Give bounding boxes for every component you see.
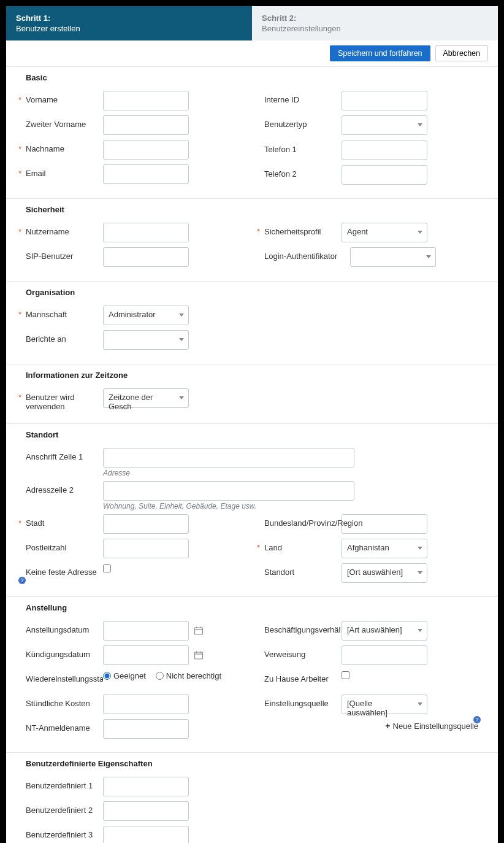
label-adresszeile-2: Adresszeile 2 — [26, 481, 103, 495]
input-sip-benutzer[interactable] — [103, 247, 189, 267]
section-organisation-title: Organisation — [6, 282, 498, 303]
label-postleitzahl: Postleitzahl — [26, 539, 103, 552]
label-sicherheitsprofil: Sicherheitsprofil — [264, 223, 342, 236]
input-nachname[interactable] — [103, 140, 189, 160]
label-login-auth: Login-Authentifikator — [264, 247, 350, 261]
save-button[interactable]: Speichern und fortfahren — [330, 45, 430, 61]
input-anstellungsdatum[interactable] — [103, 621, 189, 641]
input-adresszeile-2[interactable] — [103, 481, 354, 501]
input-custom-1[interactable] — [103, 777, 189, 796]
label-custom-1: Benutzerdefiniert 1 — [26, 777, 103, 790]
section-anstellung-title: Anstellung — [6, 597, 498, 618]
calendar-icon[interactable] — [194, 650, 204, 660]
input-nutzername[interactable] — [103, 223, 189, 242]
section-zeitzone-title: Informationen zur Zeitzone — [6, 364, 498, 386]
label-verweisung: Verweisung — [264, 645, 342, 659]
input-telefon-2[interactable] — [342, 165, 427, 185]
select-sicherheitsprofil[interactable]: Agent — [342, 223, 427, 242]
input-telefon-1[interactable] — [342, 140, 427, 160]
label-email: Email — [26, 164, 103, 178]
radio-nicht-berechtigt[interactable]: Nicht berechtigt — [156, 671, 221, 680]
select-land[interactable]: Afghanistan — [342, 539, 427, 558]
input-vorname[interactable] — [103, 91, 189, 110]
select-berichte-an[interactable] — [103, 330, 189, 350]
select-zeitzone[interactable]: Zeitzone der Gesch — [103, 388, 189, 408]
step-tabs: Schritt 1: Benutzer erstellen Schritt 2:… — [6, 6, 498, 40]
radio-geeignet[interactable]: Geeignet — [103, 671, 146, 680]
label-stadt: Stadt — [26, 514, 103, 528]
section-organisation: Organisation MannschaftAdministrator Ber… — [6, 282, 498, 364]
input-nt-anmeldename[interactable] — [103, 719, 189, 739]
help-icon[interactable]: ? — [18, 577, 26, 584]
label-stuendliche-kosten: Stündliche Kosten — [26, 695, 103, 708]
section-custom: Benutzerdefinierte Eigenschaften Benutze… — [6, 753, 498, 843]
cancel-button[interactable]: Abbrechen — [435, 45, 488, 61]
tab-1-title: Schritt 1: — [16, 13, 242, 23]
input-custom-2[interactable] — [103, 801, 189, 821]
input-custom-3[interactable] — [103, 826, 189, 843]
label-zu-hause: Zu Hause Arbeiter — [264, 670, 342, 683]
label-nachname: Nachname — [26, 140, 103, 153]
input-email[interactable] — [103, 164, 189, 184]
select-login-auth[interactable] — [350, 247, 436, 267]
section-basic: Basic Vorname Zweiter Vorname Nachname E… — [6, 67, 498, 199]
plus-icon: + — [385, 721, 390, 731]
input-kuendigungsdatum[interactable] — [103, 645, 189, 665]
label-custom-3: Benutzerdefiniert 3 — [26, 826, 103, 839]
select-standort[interactable]: [Ort auswählen] — [342, 563, 427, 583]
tab-2-sub: Benutzereinstellungen — [262, 24, 488, 33]
checkbox-keine-feste-adresse[interactable] — [103, 564, 111, 572]
section-basic-title: Basic — [6, 67, 498, 88]
label-benutzertyp: Benutzertyp — [264, 115, 342, 129]
label-vorname: Vorname — [26, 91, 103, 104]
select-einstellungsquelle[interactable]: [Quelle auswählen] — [342, 695, 427, 714]
label-wiedereinstellung: Wiedereinstellungssta — [26, 670, 103, 683]
svg-rect-4 — [195, 652, 203, 659]
input-interne-id[interactable] — [342, 91, 427, 110]
label-benutzer-verwenden: Benutzer wird verwenden — [26, 388, 103, 411]
label-zweiter-vorname: Zweiter Vorname — [26, 115, 103, 129]
toolbar: Speichern und fortfahren Abbrechen — [6, 40, 498, 67]
label-mannschaft: Mannschaft — [26, 306, 103, 319]
section-standort: Standort Anschrift Zeile 1Adresse Adress… — [6, 424, 498, 597]
label-telefon-2: Telefon 2 — [264, 165, 342, 179]
label-telefon-1: Telefon 1 — [264, 140, 342, 154]
label-keine-feste-adresse: Keine feste Adresse? — [26, 563, 103, 577]
select-beschaeftigung[interactable]: [Art auswählen] — [342, 621, 427, 641]
label-interne-id: Interne ID — [264, 91, 342, 104]
svg-rect-0 — [195, 628, 203, 634]
tab-2-title: Schritt 2: — [262, 13, 488, 23]
select-mannschaft[interactable]: Administrator — [103, 306, 189, 325]
input-postleitzahl[interactable] — [103, 539, 189, 558]
label-einstellungsquelle: Einstellungsquelle — [264, 695, 342, 708]
label-region: Bundesland/Provinz/Region — [264, 514, 342, 528]
input-anschrift-1[interactable] — [103, 448, 354, 468]
tab-step-2[interactable]: Schritt 2: Benutzereinstellungen — [252, 6, 498, 40]
page-container: Schritt 1: Benutzer erstellen Schritt 2:… — [6, 6, 498, 843]
add-einstellungsquelle-link[interactable]: +Neue Einstellungsquelle? — [264, 721, 478, 731]
label-kuendigungsdatum: Kündigungsdatum — [26, 645, 103, 659]
input-stadt[interactable] — [103, 514, 189, 534]
checkbox-zu-hause[interactable] — [342, 671, 349, 679]
label-beschaeftigung: Beschäftigungsverhäl — [264, 621, 342, 634]
label-berichte-an: Berichte an — [26, 330, 103, 344]
label-anschrift-1: Anschrift Zeile 1 — [26, 448, 103, 461]
section-custom-title: Benutzerdefinierte Eigenschaften — [6, 753, 498, 774]
section-anstellung: Anstellung Anstellungsdatum Kündigungsda… — [6, 597, 498, 753]
calendar-icon[interactable] — [194, 626, 204, 636]
label-custom-2: Benutzerdefiniert 2 — [26, 801, 103, 815]
label-sip-benutzer: SIP-Benutzer — [26, 247, 103, 261]
label-nutzername: Nutzername — [26, 223, 103, 236]
section-zeitzone: Informationen zur Zeitzone Benutzer wird… — [6, 364, 498, 424]
input-stuendliche-kosten[interactable] — [103, 695, 189, 714]
section-standort-title: Standort — [6, 424, 498, 445]
help-icon[interactable]: ? — [473, 716, 481, 723]
label-nt-anmeldename: NT-Anmeldename — [26, 719, 103, 733]
input-verweisung[interactable] — [342, 645, 427, 665]
select-benutzertyp[interactable] — [342, 115, 427, 135]
tab-step-1[interactable]: Schritt 1: Benutzer erstellen — [6, 6, 252, 40]
section-sicherheit-title: Sicherheit — [6, 199, 498, 220]
input-zweiter-vorname[interactable] — [103, 115, 189, 135]
help-anschrift-1: Adresse — [103, 469, 478, 477]
tab-1-sub: Benutzer erstellen — [16, 24, 242, 33]
